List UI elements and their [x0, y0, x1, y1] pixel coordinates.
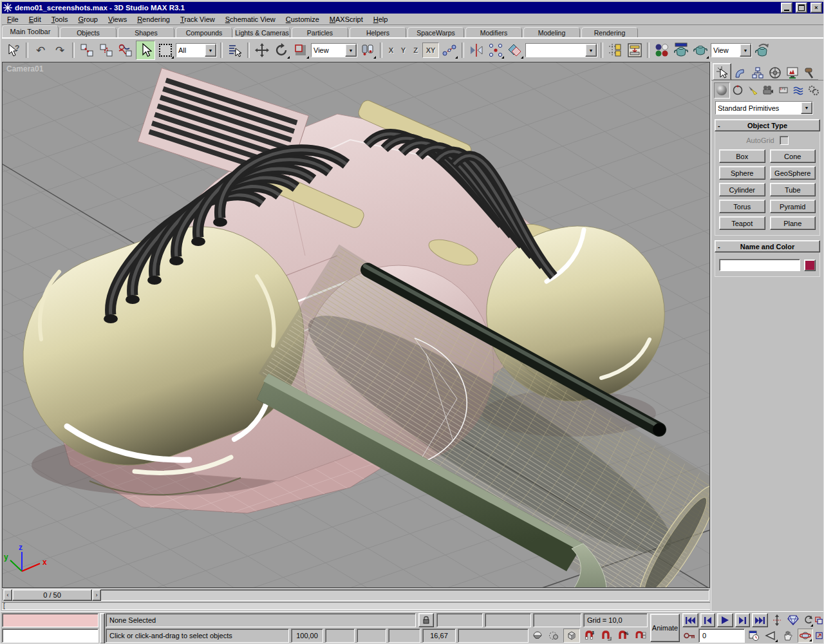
menu-schematic-view[interactable]: Schematic View: [220, 15, 281, 23]
name-color-header[interactable]: - Name and Color: [715, 240, 820, 252]
unlink-button[interactable]: [97, 41, 115, 59]
category-cameras[interactable]: [761, 83, 776, 98]
tab-utilities[interactable]: [801, 66, 818, 80]
time-configuration-button[interactable]: [747, 629, 761, 643]
category-spacewarps[interactable]: [791, 83, 806, 98]
menu-track-view[interactable]: Track View: [175, 15, 220, 23]
menu-tools[interactable]: Tools: [46, 15, 73, 23]
restore-button[interactable]: [796, 3, 807, 13]
coordinate-system-dropdown[interactable]: View ▼: [311, 43, 357, 57]
key-mode-button[interactable]: [682, 629, 697, 643]
zoom-button[interactable]: [770, 613, 784, 627]
tab-modify[interactable]: [731, 66, 749, 80]
torus-button[interactable]: Torus: [719, 200, 765, 213]
restrict-x-button[interactable]: X: [386, 43, 397, 57]
coord-z-field[interactable]: [357, 629, 386, 643]
object-type-header[interactable]: - Object Type: [715, 119, 820, 131]
menu-views[interactable]: Views: [103, 15, 132, 23]
selection-filter-dropdown[interactable]: All ▼: [176, 43, 217, 57]
spinner-snap-button[interactable]: [633, 629, 648, 643]
category-lights[interactable]: [745, 83, 760, 98]
quick-render-button[interactable]: [691, 41, 709, 59]
cone-button[interactable]: Cone: [770, 149, 816, 163]
restrict-xy-plane-button[interactable]: XY: [422, 43, 439, 58]
select-object-button[interactable]: [136, 41, 155, 60]
named-selection-dropdown[interactable]: ▼: [525, 43, 597, 57]
select-and-scale-button[interactable]: [292, 41, 310, 59]
coord-w-field[interactable]: [388, 629, 420, 643]
category-systems[interactable]: [806, 83, 821, 98]
select-by-name-button[interactable]: [226, 41, 244, 59]
region-select-button[interactable]: [156, 41, 174, 59]
tab-modifiers[interactable]: Modifiers: [465, 27, 522, 37]
object-name-field[interactable]: [719, 259, 800, 271]
redo-button[interactable]: ↷: [51, 41, 69, 59]
menu-file[interactable]: File: [2, 15, 24, 23]
maxscript-listener-field[interactable]: [2, 629, 98, 643]
sphere-button[interactable]: Sphere: [719, 166, 765, 180]
cylinder-button[interactable]: Cylinder: [719, 183, 765, 196]
category-geometry[interactable]: [714, 82, 730, 99]
listener-splitter[interactable]: [100, 613, 105, 644]
minmax-toggle-button[interactable]: [814, 629, 824, 643]
tab-modeling[interactable]: Modeling: [523, 27, 580, 37]
minimize-button[interactable]: [781, 3, 792, 13]
menu-group[interactable]: Group: [73, 15, 103, 23]
render-type-dropdown[interactable]: View ▼: [711, 43, 752, 57]
material-editor-button[interactable]: [653, 41, 671, 59]
select-and-rotate-button[interactable]: [272, 41, 290, 59]
selection-lock-toggle[interactable]: [418, 613, 434, 627]
snap-selection-button[interactable]: [546, 629, 561, 643]
zoom-region-button[interactable]: [802, 613, 814, 627]
camera-viewport[interactable]: Camera01: [2, 62, 710, 588]
category-shapes[interactable]: [731, 83, 745, 98]
tab-helpers[interactable]: Helpers: [350, 27, 406, 37]
array-button[interactable]: [487, 41, 505, 59]
time-slider-track[interactable]: ‹ 0 / 50 ›: [3, 589, 709, 601]
prev-frame-arrow[interactable]: ‹: [3, 589, 12, 601]
coord-y-field[interactable]: [325, 629, 355, 643]
align-button[interactable]: [506, 41, 524, 59]
primitive-category-dropdown[interactable]: Standard Primitives ▼: [715, 101, 813, 115]
animate-button[interactable]: Animate: [650, 614, 680, 642]
snap-toggle-3d-button[interactable]: 3: [582, 629, 597, 643]
tab-rendering[interactable]: Rendering: [581, 27, 638, 37]
open-track-view-button[interactable]: [606, 41, 624, 59]
manipulate-button[interactable]: [440, 41, 458, 59]
tab-objects[interactable]: Objects: [60, 27, 117, 37]
tube-button[interactable]: Tube: [770, 183, 816, 196]
degradation-override-button[interactable]: [530, 629, 545, 643]
tab-spacewarps[interactable]: SpaceWarps: [407, 27, 464, 37]
next-frame-arrow[interactable]: ›: [92, 589, 101, 601]
restrict-z-button[interactable]: Z: [410, 43, 421, 57]
tab-motion[interactable]: [766, 66, 783, 80]
mirror-button[interactable]: [467, 41, 485, 59]
pivot-center-button[interactable]: [359, 41, 377, 59]
zoom-extents-button[interactable]: [785, 613, 801, 627]
category-helpers[interactable]: [776, 83, 791, 98]
render-last-button[interactable]: [753, 41, 771, 59]
box-button[interactable]: Box: [719, 149, 765, 163]
tab-create[interactable]: [713, 63, 731, 80]
play-button[interactable]: [717, 613, 733, 627]
menu-help[interactable]: Help: [368, 15, 393, 23]
menu-customize[interactable]: Customize: [281, 15, 324, 23]
bind-to-spacewarp-button[interactable]: [117, 41, 135, 59]
teapot-button[interactable]: Teapot: [719, 216, 765, 230]
prev-frame-button[interactable]: [700, 613, 715, 627]
track-bar[interactable]: [: [2, 602, 710, 610]
field-of-view-button[interactable]: [763, 629, 778, 643]
angle-field[interactable]: 16,67: [422, 629, 456, 643]
restrict-y-button[interactable]: Y: [398, 43, 409, 57]
time-slider-handle[interactable]: 0 / 50: [12, 589, 92, 601]
object-color-swatch[interactable]: [804, 260, 816, 271]
coord-x-field[interactable]: 100,00: [291, 629, 323, 643]
arc-rotate-button[interactable]: [798, 629, 813, 643]
current-frame-field[interactable]: 0: [698, 629, 745, 643]
next-frame-button[interactable]: [735, 613, 750, 627]
close-button[interactable]: ×: [810, 3, 822, 13]
tab-particles[interactable]: Particles: [292, 27, 348, 37]
menu-maxscript[interactable]: MAXScript: [324, 15, 368, 23]
geosphere-button[interactable]: GeoSphere: [770, 166, 816, 180]
tab-display[interactable]: [783, 66, 801, 80]
